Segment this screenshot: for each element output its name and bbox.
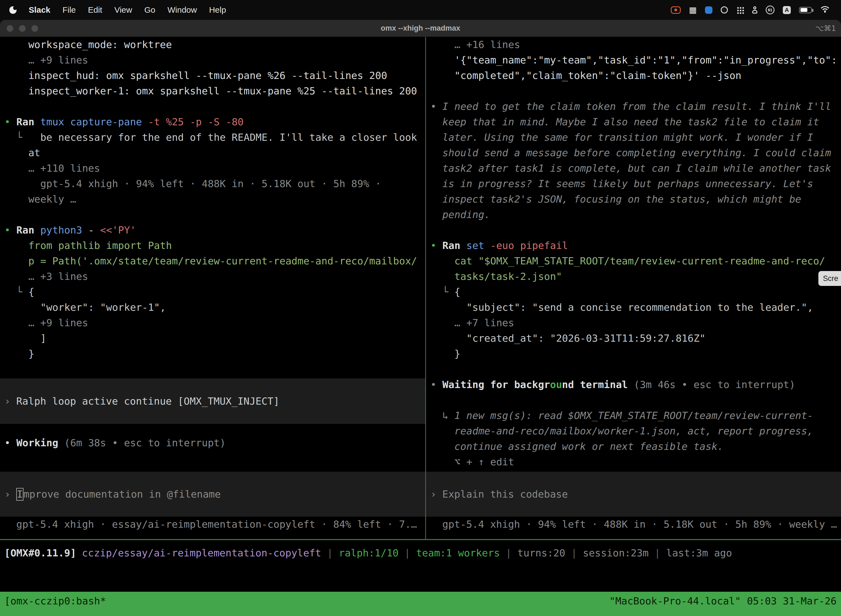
window-title: omx --xhigh --madmax bbox=[381, 24, 460, 32]
left-inject-banner: ›Ralph loop active continue [OMX_TMUX_IN… bbox=[0, 378, 425, 424]
separator: | bbox=[655, 547, 661, 559]
left-pane-status: gpt-5.4 xhigh · essay/ai-reimplementatio… bbox=[0, 517, 425, 532]
zoom-button[interactable] bbox=[31, 25, 38, 32]
omx-status-line: [OMX#0.11.9] cczip/essay/ai-reimplementa… bbox=[0, 545, 841, 560]
omx-session-time: session:23m bbox=[583, 547, 648, 559]
omx-last-activity: last:3m ago bbox=[666, 547, 732, 559]
blue-app-icon[interactable] bbox=[705, 6, 712, 14]
prompt-chevron: › bbox=[4, 396, 16, 407]
input-source-icon[interactable]: A bbox=[783, 6, 791, 14]
right-pane-status: gpt-5.4 xhigh · 94% left · 488K in · 5.1… bbox=[426, 517, 841, 532]
right-input-box[interactable]: ›Explain this codebase bbox=[426, 472, 841, 517]
menu-go[interactable]: Go bbox=[144, 5, 155, 15]
omx-version: [OMX#0.11.9] bbox=[4, 547, 76, 559]
input-placeholder: mprove documentation in @filename bbox=[23, 488, 221, 500]
grid-icon[interactable]: ▦ bbox=[689, 6, 697, 14]
app-grid-icon[interactable] bbox=[736, 6, 744, 14]
input-placeholder: Explain this codebase bbox=[442, 488, 568, 500]
separator: | bbox=[327, 547, 333, 559]
menu-view[interactable]: View bbox=[114, 5, 132, 15]
working-status-line: • Working (6m 38s • esc to interrupt) bbox=[0, 435, 425, 451]
wifi-icon[interactable] bbox=[820, 5, 830, 15]
right-pane-output: … +16 lines '{"team_name":"my-team","tas… bbox=[426, 37, 841, 470]
app-menu-slack[interactable]: Slack bbox=[29, 5, 50, 15]
stand-figure-icon[interactable] bbox=[752, 6, 757, 13]
apple-menu-icon[interactable] bbox=[9, 6, 16, 14]
menu-file[interactable]: File bbox=[62, 5, 76, 15]
screen-recording-icon[interactable] bbox=[671, 6, 681, 14]
close-button[interactable] bbox=[7, 25, 13, 32]
desktop: Slack File Edit View Go Window Help ▦ 61… bbox=[0, 0, 841, 616]
window-titlebar[interactable]: omx --xhigh --madmax ⌥⌘1 bbox=[0, 20, 841, 37]
tmux-host-clock: "MacBook-Pro-44.local" 05:03 31-Mar-26 bbox=[609, 593, 837, 616]
menu-bar: Slack File Edit View Go Window Help ▦ 61… bbox=[0, 0, 841, 20]
right-terminal-pane[interactable]: … +16 lines '{"team_name":"my-team","tas… bbox=[426, 37, 841, 539]
menu-help[interactable]: Help bbox=[209, 5, 226, 15]
minimize-button[interactable] bbox=[19, 25, 26, 32]
screen-tooltip: Scre bbox=[818, 271, 841, 286]
terminal-window: omx --xhigh --madmax ⌥⌘1 workspace_mode:… bbox=[0, 20, 841, 616]
omx-ralph-counter: ralph:1/10 bbox=[339, 547, 399, 559]
tmux-session: workspace_mode: worktree … +9 lines insp… bbox=[0, 37, 841, 616]
left-pane-output: workspace_mode: worktree … +9 lines insp… bbox=[0, 37, 425, 362]
separator: | bbox=[506, 547, 512, 559]
left-input-box[interactable]: ›Improve documentation in @filename bbox=[0, 472, 425, 517]
inject-banner-text: Ralph loop active continue [OMX_TMUX_INJ… bbox=[16, 396, 280, 407]
menu-edit[interactable]: Edit bbox=[88, 5, 103, 15]
tmux-session-window: [omx-cczip0:bash* bbox=[4, 593, 106, 616]
window-shortcut-hint: ⌥⌘1 bbox=[815, 24, 836, 32]
circle-status-icon[interactable] bbox=[721, 6, 728, 13]
separator: | bbox=[571, 547, 577, 559]
omx-team-workers: team:1 workers bbox=[416, 547, 500, 559]
battery-gauge-icon[interactable]: 61 bbox=[766, 6, 775, 14]
omx-turns: turns:20 bbox=[517, 547, 565, 559]
prompt-chevron: › bbox=[4, 488, 16, 500]
battery-icon[interactable] bbox=[799, 7, 812, 13]
separator: | bbox=[404, 547, 410, 559]
omx-project-path: cczip/essay/ai-reimplementation-copyleft bbox=[82, 547, 321, 559]
menu-window[interactable]: Window bbox=[167, 5, 197, 15]
tmux-status-bar: [omx-cczip0:bash* "MacBook-Pro-44.local"… bbox=[0, 592, 841, 616]
text-cursor: I bbox=[16, 488, 23, 501]
pane-divider-horizontal[interactable] bbox=[0, 539, 841, 540]
prompt-chevron: › bbox=[431, 488, 442, 500]
left-terminal-pane[interactable]: workspace_mode: worktree … +9 lines insp… bbox=[0, 37, 425, 539]
